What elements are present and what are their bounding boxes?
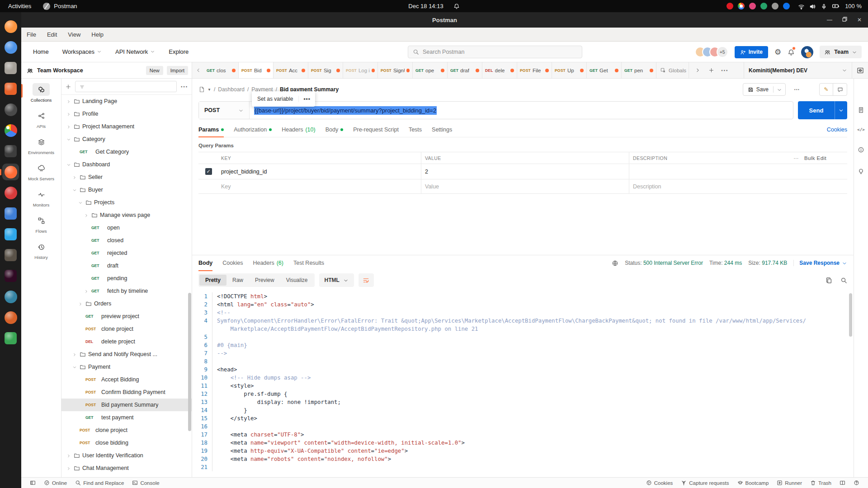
- statusbar-runner-button[interactable]: Runner: [773, 478, 806, 488]
- param-checkbox[interactable]: ✓: [205, 168, 212, 175]
- send-button[interactable]: Send: [798, 101, 847, 119]
- response-tab-body[interactable]: Body: [198, 255, 212, 271]
- statusbar-cookies-button[interactable]: Cookies: [642, 478, 677, 488]
- method-selector[interactable]: POST: [199, 102, 250, 119]
- tree-request-rejected[interactable]: GETrejected: [61, 247, 192, 259]
- statusbar-capture-requests-button[interactable]: Capture requests: [677, 478, 733, 488]
- rail-code-button[interactable]: </>: [857, 127, 864, 132]
- rail-item-flows[interactable]: Flows: [21, 214, 61, 236]
- params-more-button[interactable]: ⋯: [788, 152, 804, 164]
- tree-folder-user-identity-verification[interactable]: User Identity Verification: [61, 449, 192, 462]
- workspace-avatars[interactable]: +5: [695, 46, 728, 58]
- statusbar-two-pane-button[interactable]: [835, 478, 849, 488]
- rail-item-monitors[interactable]: Monitors: [21, 188, 61, 210]
- tree-folder-projects[interactable]: Projects: [61, 196, 192, 209]
- tree-request-clone-project[interactable]: POSTclone project: [61, 323, 192, 335]
- dock-blue-app-icon[interactable]: [2, 39, 19, 56]
- tab-scroll-left-button[interactable]: [192, 62, 204, 78]
- tab-file[interactable]: POSTFile: [517, 62, 552, 78]
- tree-folder-send-and-notify-request-[interactable]: Send and Notify Request ...: [61, 348, 192, 361]
- tab-up[interactable]: POSTUp: [552, 62, 587, 78]
- request-tab-params[interactable]: Params: [198, 122, 224, 137]
- statusbar-trash-button[interactable]: Trash: [806, 478, 835, 488]
- rail-item-environments[interactable]: Environments: [21, 136, 61, 158]
- tree-folder-chat-management[interactable]: Chat Management: [61, 462, 192, 474]
- environment-selector[interactable]: Kominiti(Member) DEV: [744, 67, 852, 74]
- tab-draf[interactable]: GETdraf: [448, 62, 482, 78]
- param-key-cell[interactable]: project_bidding_id: [218, 164, 421, 179]
- clock[interactable]: Dec 18 14:13: [408, 3, 443, 9]
- chevron-down-icon[interactable]: [835, 101, 847, 119]
- response-body-code[interactable]: 1<!DOCTYPE html>2<html lang="en" class="…: [192, 290, 854, 477]
- tree-folder-orders[interactable]: Orders: [61, 297, 192, 310]
- tree-request-clone-project[interactable]: POSTclone project: [61, 424, 192, 436]
- tab-pen[interactable]: GETpen: [622, 62, 656, 78]
- rail-item-collections[interactable]: Collections: [21, 83, 61, 105]
- avatar-overflow-count[interactable]: +5: [717, 46, 728, 58]
- tab-signu[interactable]: POSTSignU: [378, 62, 413, 78]
- copy-button[interactable]: [826, 276, 832, 284]
- statusbar-online-button[interactable]: Online: [40, 478, 71, 488]
- nav-item-api-network[interactable]: API Network: [115, 48, 155, 55]
- bulk-edit-button[interactable]: Bulk Edit: [804, 152, 847, 164]
- dock-toolbox-icon[interactable]: [2, 247, 19, 263]
- popup-more-button[interactable]: •••: [298, 96, 315, 102]
- param-description-cell[interactable]: [629, 164, 788, 179]
- volume-icon[interactable]: [809, 2, 816, 9]
- view-preview[interactable]: Preview: [249, 275, 280, 286]
- view-raw[interactable]: Raw: [226, 275, 249, 286]
- tab-ope[interactable]: GETope: [413, 62, 448, 78]
- invite-button[interactable]: Invite: [735, 46, 768, 58]
- rail-item-apis[interactable]: APIs: [21, 109, 61, 131]
- rename-pencil-button[interactable]: ✎: [820, 84, 833, 95]
- rail-bulb-button[interactable]: [858, 167, 864, 175]
- tab-globals[interactable]: Globals: [656, 62, 689, 78]
- team-button[interactable]: Team: [820, 46, 862, 58]
- cookies-link[interactable]: Cookies: [827, 127, 847, 133]
- tab-log-in[interactable]: POSTLog in: [343, 62, 378, 78]
- wrap-lines-button[interactable]: [359, 273, 374, 287]
- view-pretty[interactable]: Pretty: [199, 275, 226, 286]
- tree-request-draft[interactable]: GETdraft: [61, 259, 192, 272]
- statusbar-find-and-replace-button[interactable]: Find and Replace: [71, 478, 128, 488]
- statusbar-help-button[interactable]: [849, 478, 863, 488]
- tree-folder-seller[interactable]: Seller: [61, 171, 192, 183]
- menu-edit[interactable]: Edit: [46, 30, 58, 39]
- search-response-button[interactable]: [840, 276, 847, 284]
- show-applications-button[interactable]: [5, 471, 16, 482]
- response-tab-test-results[interactable]: Test Results: [293, 255, 324, 271]
- save-button[interactable]: Save: [743, 83, 786, 96]
- param-key-placeholder[interactable]: Key: [218, 179, 421, 193]
- tree-request-close-bidding[interactable]: POSTclose bidding: [61, 436, 192, 449]
- nav-item-home[interactable]: Home: [33, 48, 49, 55]
- user-avatar[interactable]: [801, 46, 813, 58]
- new-tab-button[interactable]: [705, 65, 717, 76]
- tray-screen-record-icon[interactable]: [726, 3, 733, 9]
- dock-teal-app-icon[interactable]: [2, 288, 19, 305]
- tab-options-button[interactable]: ⋯: [719, 65, 731, 76]
- breadcrumb-item[interactable]: Dashboard: [218, 86, 245, 93]
- globe-icon[interactable]: [612, 259, 618, 266]
- url-input[interactable]: {{base-url}}/project/buyer/bid/payment/s…: [250, 107, 437, 114]
- dock-dark-app-icon[interactable]: [2, 143, 19, 160]
- tab-get[interactable]: GETGet: [587, 62, 622, 78]
- param-value-cell[interactable]: 2: [421, 164, 629, 179]
- view-visualize[interactable]: Visualize: [280, 275, 314, 286]
- tray-teamviewer-icon[interactable]: [783, 3, 790, 9]
- tree-request-preview-project[interactable]: GETpreview project: [61, 310, 192, 323]
- rail-item-mock-servers[interactable]: Mock Servers: [21, 162, 61, 184]
- add-collection-button[interactable]: [65, 83, 71, 91]
- request-tab-pre-request-script[interactable]: Pre-request Script: [353, 122, 399, 137]
- workspace-title[interactable]: Team Workspace: [37, 67, 142, 74]
- response-tab-cookies[interactable]: Cookies: [222, 255, 243, 271]
- environment-quick-look-button[interactable]: [852, 62, 868, 78]
- tab-dele[interactable]: DELdele: [482, 62, 517, 78]
- tree-folder-project-management[interactable]: Project Management: [61, 120, 192, 133]
- microphone-icon[interactable]: [821, 2, 827, 9]
- tree-folder-profile[interactable]: Profile: [61, 108, 192, 120]
- system-tray[interactable]: 100 %: [726, 2, 868, 10]
- response-scrollbar[interactable]: [849, 293, 852, 337]
- tree-request-open[interactable]: GETopen: [61, 221, 192, 234]
- tree-folder-manage-views-page[interactable]: Manage views page: [61, 209, 192, 221]
- statusbar-bootcamp-button[interactable]: Bootcamp: [733, 478, 773, 488]
